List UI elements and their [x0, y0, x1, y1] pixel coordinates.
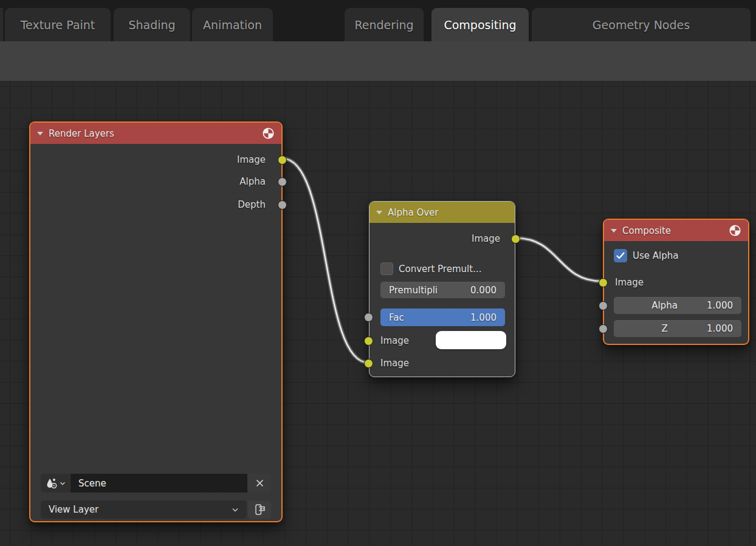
tab-geometry-nodes[interactable]: Geometry Nodes — [532, 8, 751, 41]
convert-premultiply-checkbox[interactable] — [380, 262, 393, 275]
node-link-alphaover-to-composite[interactable] — [516, 238, 602, 281]
node-render-layers[interactable]: Render Layers Image Alpha Depth — [29, 121, 283, 522]
fac-slider[interactable]: Fac 1.000 — [380, 309, 505, 326]
premultiply-label: Premultipli — [389, 285, 470, 296]
image-1-color-swatch[interactable] — [436, 331, 506, 349]
unlink-scene-button[interactable] — [248, 474, 271, 493]
tab-label: Animation — [203, 18, 262, 32]
material-sphere-icon — [262, 127, 275, 140]
use-alpha-checkbox[interactable] — [614, 249, 627, 262]
node-editor-canvas[interactable]: Render Layers Image Alpha Depth — [0, 81, 756, 546]
socket-input-alpha[interactable] — [599, 301, 608, 310]
tab-compositing[interactable]: Compositing — [431, 8, 529, 41]
alpha-value: 1.000 — [707, 300, 733, 311]
alpha-label: Alpha — [622, 300, 707, 311]
render-layers-icon — [252, 502, 267, 517]
scene-selector-row: Scene — [41, 474, 271, 493]
output-label-depth: Depth — [238, 198, 266, 211]
tab-rendering[interactable]: Rendering — [345, 8, 424, 41]
input-label-image-2: Image — [380, 357, 409, 370]
socket-output-alpha[interactable] — [278, 177, 287, 186]
node-editor-header — [0, 41, 756, 81]
collapse-triangle-icon[interactable] — [37, 132, 43, 135]
input-label-image: Image — [615, 276, 644, 289]
tab-partial-left[interactable] — [0, 8, 3, 41]
z-label: Z — [622, 323, 707, 334]
socket-input-fac[interactable] — [364, 313, 373, 322]
render-layers-header[interactable]: Render Layers — [30, 123, 281, 144]
tab-label: Geometry Nodes — [593, 18, 690, 32]
node-link-renderlayers-to-alphaover[interactable] — [283, 159, 368, 363]
x-icon — [255, 479, 264, 488]
tab-label: Compositing — [444, 18, 516, 32]
socket-input-image[interactable] — [599, 278, 608, 287]
socket-output-depth[interactable] — [278, 200, 287, 210]
checkmark-icon — [616, 252, 625, 259]
use-alpha-row: Use Alpha — [614, 249, 678, 262]
premultiply-slider[interactable]: Premultipli 0.000 — [380, 282, 505, 298]
premultiply-value: 0.000 — [470, 285, 497, 296]
tab-label: Rendering — [354, 18, 413, 32]
blender-window: Texture Paint Shading Animation Renderin… — [0, 0, 756, 546]
chevron-down-icon — [232, 507, 239, 513]
output-label-image: Image — [237, 153, 266, 166]
socket-output-image[interactable] — [278, 155, 287, 165]
node-alpha-over[interactable]: Alpha Over Image Convert Premult... Prem… — [369, 201, 515, 377]
z-value: 1.000 — [707, 323, 733, 334]
view-layer-name: View Layer — [49, 504, 98, 515]
scene-icon — [45, 477, 58, 490]
new-view-layer-button[interactable] — [248, 500, 271, 519]
socket-input-image-1[interactable] — [364, 336, 373, 346]
alpha-slider[interactable]: Alpha 1.000 — [614, 297, 741, 314]
chevron-down-icon — [60, 481, 66, 486]
node-title: Alpha Over — [388, 207, 508, 218]
convert-premultiply-label: Convert Premult... — [399, 264, 481, 275]
node-composite[interactable]: Composite Use Alpha Image Alpha — [603, 219, 749, 345]
composite-header[interactable]: Composite — [604, 220, 748, 241]
use-alpha-label: Use Alpha — [633, 250, 678, 261]
collapse-triangle-icon[interactable] — [376, 211, 382, 214]
alpha-over-header[interactable]: Alpha Over — [369, 202, 515, 223]
material-sphere-icon — [729, 224, 741, 237]
output-label-image: Image — [472, 232, 500, 245]
socket-input-image-2[interactable] — [364, 359, 373, 368]
scene-name-field[interactable]: Scene — [70, 474, 247, 493]
socket-input-z[interactable] — [599, 324, 608, 333]
node-title: Composite — [622, 225, 723, 236]
view-layer-dropdown[interactable]: View Layer — [41, 500, 247, 519]
socket-output-image[interactable] — [511, 234, 520, 244]
z-slider[interactable]: Z 1.000 — [614, 320, 741, 337]
convert-premultiply-row: Convert Premult... — [380, 262, 481, 275]
scene-id-type-button[interactable] — [41, 474, 70, 493]
output-label-alpha: Alpha — [239, 175, 266, 188]
input-label-image-1: Image — [380, 334, 409, 347]
scene-name: Scene — [78, 478, 106, 489]
tab-label: Shading — [128, 18, 175, 32]
tab-animation[interactable]: Animation — [192, 8, 273, 41]
workspace-tab-bar: Texture Paint Shading Animation Renderin… — [0, 0, 756, 41]
fac-value: 1.000 — [470, 312, 497, 323]
collapse-triangle-icon[interactable] — [611, 229, 617, 233]
node-title: Render Layers — [49, 128, 256, 139]
tab-texture-paint[interactable]: Texture Paint — [5, 8, 111, 41]
tab-shading[interactable]: Shading — [114, 8, 190, 41]
tab-label: Texture Paint — [21, 18, 95, 32]
view-layer-row: View Layer — [41, 500, 271, 519]
fac-label: Fac — [389, 312, 470, 323]
